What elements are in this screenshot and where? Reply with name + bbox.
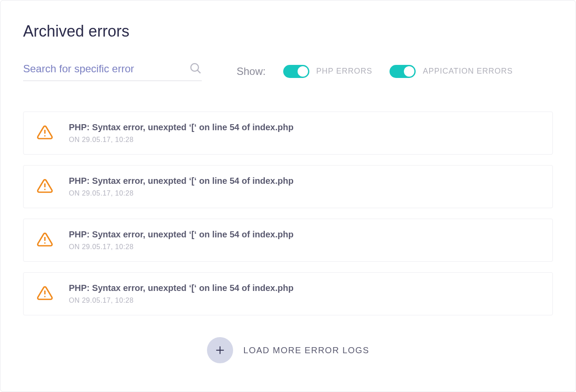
error-timestamp: ON 29.05.17, 10:28 bbox=[69, 243, 294, 251]
error-list-item[interactable]: PHP: Syntax error, unexpted ‘[‘ on line … bbox=[23, 112, 553, 155]
error-body: PHP: Syntax error, unexpted ‘[‘ on line … bbox=[69, 122, 294, 144]
application-errors-toggle-label: APPICATION ERRORS bbox=[423, 67, 513, 76]
load-more-label: LOAD MORE ERROR LOGS bbox=[244, 345, 369, 355]
application-errors-filter: APPICATION ERRORS bbox=[390, 65, 513, 78]
error-title: PHP: Syntax error, unexpted ‘[‘ on line … bbox=[69, 176, 294, 186]
error-body: PHP: Syntax error, unexpted ‘[‘ on line … bbox=[69, 230, 294, 251]
error-timestamp: ON 29.05.17, 10:28 bbox=[69, 189, 294, 197]
error-body: PHP: Syntax error, unexpted ‘[‘ on line … bbox=[69, 283, 294, 304]
application-errors-toggle[interactable] bbox=[390, 65, 416, 78]
error-list-item[interactable]: PHP: Syntax error, unexpted ‘[‘ on line … bbox=[23, 272, 553, 315]
warning-icon bbox=[37, 231, 53, 250]
warning-icon bbox=[37, 285, 53, 303]
warning-icon bbox=[37, 178, 53, 196]
page-title: Archived errors bbox=[23, 22, 553, 41]
php-errors-filter: PHP ERRORS bbox=[283, 65, 373, 78]
php-errors-toggle[interactable] bbox=[283, 65, 309, 78]
error-list: PHP: Syntax error, unexpted ‘[‘ on line … bbox=[23, 112, 553, 315]
error-title: PHP: Syntax error, unexpted ‘[‘ on line … bbox=[69, 283, 294, 293]
svg-line-1 bbox=[197, 70, 200, 73]
warning-icon bbox=[37, 124, 53, 142]
error-body: PHP: Syntax error, unexpted ‘[‘ on line … bbox=[69, 176, 294, 197]
error-list-item[interactable]: PHP: Syntax error, unexpted ‘[‘ on line … bbox=[23, 165, 553, 208]
controls-row: Show: PHP ERRORS APPICATION ERRORS bbox=[23, 61, 553, 81]
error-timestamp: ON 29.05.17, 10:28 bbox=[69, 136, 294, 144]
error-timestamp: ON 29.05.17, 10:28 bbox=[69, 297, 294, 304]
search-field-wrap bbox=[23, 61, 202, 81]
error-list-item[interactable]: PHP: Syntax error, unexpted ‘[‘ on line … bbox=[23, 219, 553, 262]
php-errors-toggle-label: PHP ERRORS bbox=[316, 67, 373, 76]
search-icon[interactable] bbox=[189, 61, 202, 76]
archived-errors-card: Archived errors Show: PHP ERRORS APPICAT… bbox=[0, 0, 576, 392]
load-more-button[interactable]: LOAD MORE ERROR LOGS bbox=[23, 337, 553, 363]
search-input[interactable] bbox=[23, 63, 189, 75]
show-label: Show: bbox=[237, 65, 266, 78]
plus-icon bbox=[207, 337, 233, 363]
error-title: PHP: Syntax error, unexpted ‘[‘ on line … bbox=[69, 122, 294, 132]
error-title: PHP: Syntax error, unexpted ‘[‘ on line … bbox=[69, 230, 294, 240]
